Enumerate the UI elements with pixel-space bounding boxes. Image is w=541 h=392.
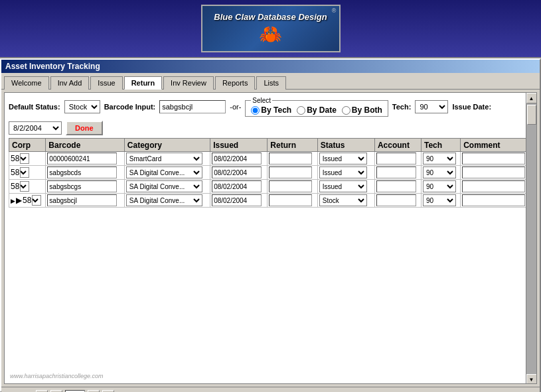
cell-account[interactable] <box>374 180 421 194</box>
return-cell-input[interactable] <box>269 166 312 178</box>
category-cell-select[interactable]: SA Digital Conve... <box>126 180 202 192</box>
barcode-cell-input[interactable] <box>47 180 117 192</box>
cell-barcode[interactable] <box>46 180 125 194</box>
return-cell-input[interactable] <box>269 153 312 164</box>
status-cell-select[interactable]: Issued <box>319 166 367 178</box>
radio-by-both[interactable]: By Both <box>342 105 382 115</box>
barcode-cell-input[interactable] <box>47 194 117 206</box>
nav-prev-button[interactable]: ◄ <box>50 390 62 393</box>
status-cell-select[interactable]: Issued <box>319 180 367 192</box>
account-cell-input[interactable] <box>376 194 416 206</box>
table-row: ▶58 ▼ SA Digital Conve...Stock90 <box>9 194 532 208</box>
cell-issued[interactable] <box>210 166 268 180</box>
tech-cell-select[interactable]: 90 <box>423 180 456 192</box>
issued-cell-input[interactable] <box>212 166 262 178</box>
cell-comment[interactable] <box>461 180 532 194</box>
tech-select[interactable]: 90 <box>415 100 448 113</box>
cell-account[interactable] <box>374 166 421 180</box>
col-account: Account <box>374 139 421 152</box>
cell-comment[interactable] <box>461 152 532 166</box>
tab-reports[interactable]: Reports <box>215 76 256 90</box>
cell-barcode[interactable] <box>46 194 125 208</box>
scroll-up-button[interactable]: ▲ <box>526 93 537 103</box>
issued-cell-input[interactable] <box>212 194 262 206</box>
cell-category[interactable]: SmartCard <box>124 152 210 166</box>
nav-first-button[interactable]: |◄ <box>36 390 48 393</box>
category-cell-select[interactable]: SA Digital Conve... <box>126 166 202 178</box>
cell-comment[interactable] <box>461 194 532 208</box>
col-status: Status <box>317 139 374 152</box>
cell-tech[interactable]: 90 <box>421 152 460 166</box>
tab-inv-review[interactable]: Inv Review <box>163 76 214 90</box>
current-record-input[interactable] <box>65 390 85 393</box>
tab-inv-add[interactable]: Inv Add <box>50 76 90 90</box>
tech-cell-select[interactable]: 90 <box>423 194 456 206</box>
category-cell-select[interactable]: SmartCard <box>126 153 202 164</box>
cell-comment[interactable] <box>461 166 532 180</box>
toolbar-row1: Default Status: Stock Barcode Input: -or… <box>9 97 532 135</box>
cell-account[interactable] <box>374 152 421 166</box>
cell-tech[interactable]: 90 <box>421 166 460 180</box>
tech-cell-select[interactable]: 90 <box>423 153 456 164</box>
account-cell-input[interactable] <box>376 166 416 178</box>
col-tech: Tech <box>421 139 460 152</box>
comment-cell-input[interactable] <box>462 153 525 164</box>
logo-box: Blue Claw Database Design ® 🦀 <box>201 5 341 52</box>
status-cell-select[interactable]: Issued <box>319 153 367 164</box>
col-barcode: Barcode <box>46 139 125 152</box>
cell-issued[interactable] <box>210 152 268 166</box>
cell-category[interactable]: SA Digital Conve... <box>124 194 210 208</box>
return-cell-input[interactable] <box>269 180 312 192</box>
or-text: -or- <box>230 103 241 111</box>
tech-label: Tech: <box>392 103 412 111</box>
cell-barcode[interactable] <box>46 166 125 180</box>
cell-status[interactable]: Issued <box>317 152 374 166</box>
issued-cell-input[interactable] <box>212 180 262 192</box>
cell-tech[interactable]: 90 <box>421 180 460 194</box>
cell-status[interactable]: Issued <box>317 180 374 194</box>
radio-by-date[interactable]: By Date <box>297 105 337 115</box>
cell-barcode[interactable] <box>46 152 125 166</box>
cell-status[interactable]: Stock <box>317 194 374 208</box>
cell-issued[interactable] <box>210 180 268 194</box>
tab-welcome[interactable]: Welcome <box>4 76 49 90</box>
cell-return[interactable] <box>268 166 317 180</box>
status-cell-select[interactable]: Stock <box>319 194 367 206</box>
tech-cell-select[interactable]: 90 <box>423 166 456 178</box>
nav-next-button[interactable]: ► <box>88 390 100 393</box>
comment-cell-input[interactable] <box>462 166 525 178</box>
cell-tech[interactable]: 90 <box>421 194 460 208</box>
cell-category[interactable]: SA Digital Conve... <box>124 166 210 180</box>
cell-return[interactable] <box>268 152 317 166</box>
issued-cell-input[interactable] <box>212 153 262 164</box>
comment-cell-input[interactable] <box>462 194 525 206</box>
barcode-input[interactable] <box>159 100 226 113</box>
cell-issued[interactable] <box>210 194 268 208</box>
cell-category[interactable]: SA Digital Conve... <box>124 180 210 194</box>
default-status-select[interactable]: Stock <box>64 100 100 113</box>
comment-cell-input[interactable] <box>462 180 525 192</box>
account-cell-input[interactable] <box>376 180 416 192</box>
cell-account[interactable] <box>374 194 421 208</box>
tab-return[interactable]: Return <box>124 76 162 90</box>
issue-date-select[interactable]: 8/2/2004 <box>9 121 62 135</box>
scroll-down-button[interactable]: ▼ <box>526 374 537 384</box>
select-legend: Select <box>251 97 272 104</box>
cell-return[interactable] <box>268 180 317 194</box>
barcode-cell-input[interactable] <box>47 166 117 178</box>
done-button[interactable]: Done <box>66 121 103 135</box>
default-status-label: Default Status: <box>9 103 60 111</box>
return-cell-input[interactable] <box>269 194 312 206</box>
cell-return[interactable] <box>268 194 317 208</box>
nav-last-button[interactable]: ►| <box>102 390 114 393</box>
radio-by-date-label: By Date <box>307 105 337 115</box>
tab-issue[interactable]: Issue <box>90 76 122 90</box>
account-cell-input[interactable] <box>376 153 416 164</box>
cell-status[interactable]: Issued <box>317 166 374 180</box>
tab-lists[interactable]: Lists <box>256 76 286 90</box>
scroll-thumb[interactable] <box>527 105 536 125</box>
radio-by-tech[interactable]: By Tech <box>251 105 291 115</box>
barcode-cell-input[interactable] <box>47 153 117 164</box>
category-cell-select[interactable]: SA Digital Conve... <box>126 194 202 206</box>
col-comment: Comment <box>461 139 532 152</box>
